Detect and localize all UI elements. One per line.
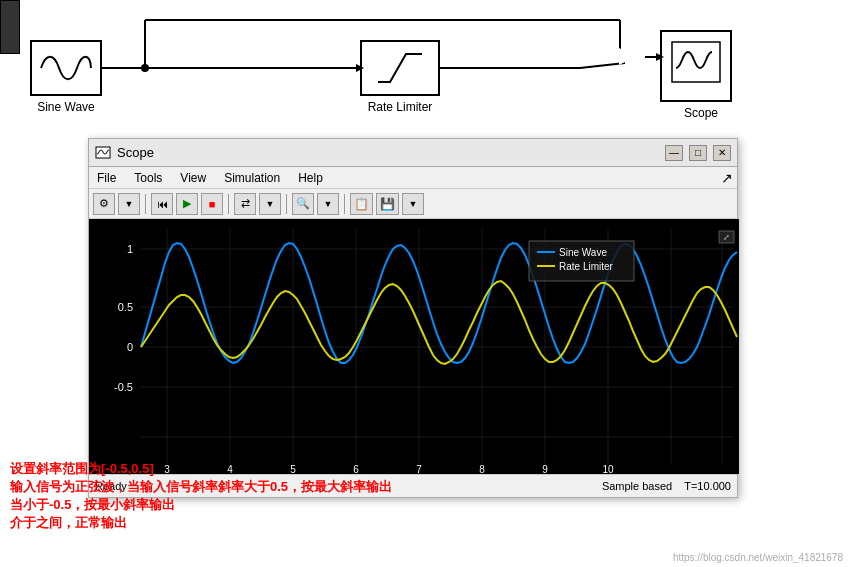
simulink-diagram: Sine Wave Rate Limiter Scope <box>0 0 849 145</box>
legend-rate-label: Rate Limiter <box>559 261 614 272</box>
scope-titlebar: Scope — □ ✕ <box>89 139 737 167</box>
toolbar-stop[interactable]: ■ <box>201 193 223 215</box>
toolbar-save[interactable]: 💾 <box>376 193 399 215</box>
y-label-1: 1 <box>127 243 133 255</box>
close-button[interactable]: ✕ <box>713 145 731 161</box>
sine-wave-label: Sine Wave <box>22 100 110 114</box>
titlebar-buttons: — □ ✕ <box>665 145 731 161</box>
sine-wave-block[interactable] <box>30 40 102 96</box>
watermark: https://blog.csdn.net/weixin_41821678 <box>673 552 843 563</box>
svg-rect-0 <box>672 42 720 82</box>
svg-marker-11 <box>619 59 625 65</box>
scope-svg: 1 0.5 0 -0.5 3 4 5 6 7 8 9 10 Sine Wave … <box>89 219 739 474</box>
scope-icon <box>95 145 111 161</box>
y-label-n05: -0.5 <box>114 381 133 393</box>
y-label-05: 0.5 <box>118 301 133 313</box>
toolbar-zoom[interactable]: 🔍 <box>292 193 314 215</box>
svg-line-9 <box>580 63 625 68</box>
rate-limiter-label: Rate Limiter <box>345 100 455 114</box>
annotation: 设置斜率范围为[-0.5,0.5] 输入信号为正弦波，当输入信号斜率斜率大于0.… <box>10 460 392 532</box>
scope-menubar: File Tools View Simulation Help ↗ <box>89 167 737 189</box>
scope-window: Scope — □ ✕ File Tools View Simulation H… <box>88 138 738 498</box>
toolbar-dropdown[interactable]: ▼ <box>118 193 140 215</box>
svg-text:⤢: ⤢ <box>723 233 730 242</box>
toolbar-dropdown2[interactable]: ▼ <box>259 193 281 215</box>
toolbar-dropdown4[interactable]: ▼ <box>402 193 424 215</box>
x-label-10: 10 <box>602 464 614 474</box>
menu-help[interactable]: Help <box>294 171 327 185</box>
toolbar-play[interactable]: ▶ <box>176 193 198 215</box>
legend-sine-label: Sine Wave <box>559 247 607 258</box>
toolbar-dropdown3[interactable]: ▼ <box>317 193 339 215</box>
svg-marker-10 <box>619 48 625 54</box>
x-label-8: 8 <box>479 464 485 474</box>
anno-line2: 输入信号为正弦波，当输入信号斜率斜率大于0.5，按最大斜率输出 <box>10 478 392 496</box>
scope-title-text: Scope <box>95 145 154 161</box>
svg-point-2 <box>141 64 149 72</box>
toolbar-rewind[interactable]: ⏮ <box>151 193 173 215</box>
anno-line3: 当小于-0.5，按最小斜率输出 <box>10 496 392 514</box>
menu-file[interactable]: File <box>93 171 120 185</box>
menu-simulation[interactable]: Simulation <box>220 171 284 185</box>
toolbar-sep-4 <box>344 194 345 214</box>
scope-block[interactable] <box>660 30 732 102</box>
menu-view[interactable]: View <box>176 171 210 185</box>
toolbar-sep-3 <box>286 194 287 214</box>
x-label-9: 9 <box>542 464 548 474</box>
toolbar-autoscale[interactable]: ⇄ <box>234 193 256 215</box>
anno-line4: 介于之间，正常输出 <box>10 514 392 532</box>
menu-tools[interactable]: Tools <box>130 171 166 185</box>
toolbar-settings[interactable]: ⚙ <box>93 193 115 215</box>
scope-toolbar: ⚙ ▼ ⏮ ▶ ■ ⇄ ▼ 🔍 ▼ 📋 💾 ▼ <box>89 189 737 219</box>
toolbar-sep-1 <box>145 194 146 214</box>
anno-line1: 设置斜率范围为[-0.5,0.5] <box>10 460 392 478</box>
scope-window-title: Scope <box>117 145 154 160</box>
rate-limiter-block[interactable] <box>360 40 440 96</box>
sample-based-label: Sample based <box>602 480 672 492</box>
scope-plot: 1 0.5 0 -0.5 3 4 5 6 7 8 9 10 Sine Wave … <box>89 219 739 474</box>
sine-wave-plot <box>141 243 737 363</box>
x-label-7: 7 <box>416 464 422 474</box>
rate-limiter-plot <box>141 281 737 364</box>
y-label-0: 0 <box>127 341 133 353</box>
mux-block <box>0 0 20 54</box>
scope-dock-button[interactable]: ↗ <box>721 170 733 186</box>
minimize-button[interactable]: — <box>665 145 683 161</box>
maximize-button[interactable]: □ <box>689 145 707 161</box>
scope-label: Scope <box>676 106 726 120</box>
toolbar-sep-2 <box>228 194 229 214</box>
toolbar-copy[interactable]: 📋 <box>350 193 373 215</box>
time-label: T=10.000 <box>684 480 731 492</box>
